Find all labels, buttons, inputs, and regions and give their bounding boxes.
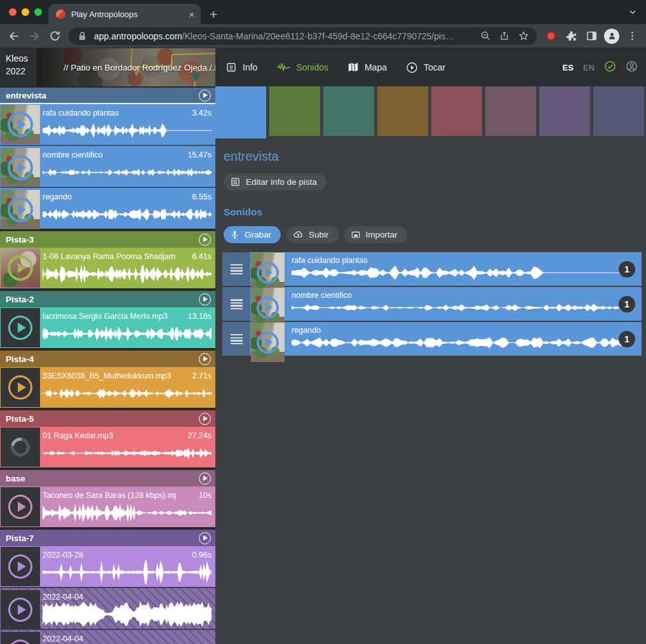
- audio-clip[interactable]: 01 Raga Kedar.mp3 27.24s: [0, 427, 215, 467]
- play-overlay-icon[interactable]: [257, 332, 279, 354]
- import-button[interactable]: Importar: [344, 226, 407, 243]
- track-header[interactable]: Pista-2: [0, 291, 215, 307]
- play-overlay-icon[interactable]: [257, 262, 279, 284]
- audio-clip[interactable]: nombre cientifico 15.47s: [0, 145, 215, 187]
- profile-avatar[interactable]: [603, 27, 621, 45]
- lang-en-button[interactable]: EN: [583, 63, 595, 72]
- clip-thumbnail[interactable]: [1, 148, 40, 187]
- audio-clip[interactable]: rafa cuidando plantas 3.42s: [0, 104, 215, 145]
- play-overlay-icon[interactable]: [8, 197, 33, 222]
- play-overlay-icon[interactable]: [8, 640, 32, 644]
- recording-extension-icon[interactable]: [542, 27, 560, 45]
- clip-thumbnail[interactable]: [1, 308, 40, 347]
- sound-thumbnail[interactable]: [251, 288, 285, 327]
- track-color-tab[interactable]: [215, 86, 266, 138]
- track-play-button[interactable]: [199, 293, 211, 305]
- track-play-button[interactable]: [199, 532, 211, 544]
- new-tab-button[interactable]: +: [210, 8, 217, 21]
- track-header[interactable]: base: [0, 470, 215, 486]
- window-zoom-button[interactable]: [34, 8, 42, 16]
- drag-handle-icon[interactable]: [222, 287, 250, 321]
- browser-tab[interactable]: Play Antropoloops ×: [48, 4, 201, 24]
- sound-row[interactable]: nombre cientifico 1: [222, 287, 642, 321]
- extensions-puzzle-icon[interactable]: [562, 27, 580, 45]
- track-header[interactable]: entrevista: [0, 88, 215, 104]
- audio-clip[interactable]: 1-06 Lavanya Rama Poorna Shadjam Rupak..…: [0, 248, 215, 288]
- clip-thumbnail[interactable]: [1, 190, 40, 229]
- audio-clip[interactable]: 2022-04-04: [0, 629, 215, 644]
- audio-clip[interactable]: regando 6.55s: [0, 187, 215, 229]
- track-play-button[interactable]: [199, 234, 211, 246]
- track-color-tab[interactable]: [593, 86, 644, 136]
- play-overlay-icon[interactable]: [8, 155, 33, 180]
- clip-thumbnail[interactable]: [1, 368, 40, 407]
- track-color-tab[interactable]: [377, 86, 428, 136]
- side-panel-icon[interactable]: [582, 27, 600, 45]
- audio-clip[interactable]: 33ESX6038_B5_Muthedukkum.mp3 2.71s: [0, 367, 215, 408]
- play-overlay-icon[interactable]: [8, 112, 33, 137]
- audio-clip[interactable]: 2022-03-28 0.96s: [0, 546, 215, 587]
- play-overlay-icon[interactable]: [257, 297, 279, 319]
- tab-close-icon[interactable]: ×: [189, 10, 194, 19]
- play-overlay-icon[interactable]: [8, 255, 33, 281]
- nav-item-tocar[interactable]: Tocar: [406, 62, 445, 74]
- usage-count-badge: 1: [619, 261, 635, 278]
- nav-item-mapa[interactable]: Mapa: [347, 62, 387, 72]
- track-play-button[interactable]: [199, 353, 211, 365]
- track-play-button[interactable]: [199, 473, 211, 485]
- drag-handle-icon[interactable]: [222, 322, 250, 356]
- track-color-tab[interactable]: [269, 86, 320, 136]
- upload-button[interactable]: Subir: [286, 226, 339, 243]
- address-bar[interactable]: app.antropoloops.com/Kleos-Santa-Marina/…: [69, 27, 537, 45]
- record-button[interactable]: Grabar: [224, 226, 281, 243]
- clip-thumbnail[interactable]: [1, 105, 40, 144]
- track-header[interactable]: Pista-3: [0, 231, 215, 248]
- track-color-tab[interactable]: [539, 86, 590, 136]
- audio-clip[interactable]: 2022-04-04: [0, 587, 215, 629]
- back-button[interactable]: [5, 27, 23, 45]
- track-header[interactable]: Pista-5: [0, 410, 215, 427]
- url-text[interactable]: app.antropoloops.com/Kleos-Santa-Marina/…: [94, 31, 473, 41]
- forward-button[interactable]: [25, 27, 43, 45]
- track-color-tab[interactable]: [485, 86, 536, 136]
- reload-button[interactable]: [46, 27, 64, 45]
- track-play-button[interactable]: [199, 413, 211, 425]
- window-close-button[interactable]: [9, 8, 17, 16]
- bookmark-star-icon[interactable]: [516, 29, 530, 43]
- nav-item-sonidos[interactable]: Sonidos: [276, 62, 328, 72]
- clip-thumbnail[interactable]: [1, 427, 40, 467]
- track-color-tab[interactable]: [431, 86, 482, 136]
- browser-menu-kebab-icon[interactable]: [623, 27, 641, 45]
- edit-track-info-button[interactable]: Editar info de pista: [224, 173, 326, 191]
- zoom-out-icon[interactable]: [478, 29, 492, 43]
- nav-item-info[interactable]: Info: [225, 62, 257, 73]
- track-header[interactable]: Pista-7: [0, 530, 215, 546]
- lock-icon[interactable]: [75, 29, 89, 43]
- lang-es-button[interactable]: ES: [563, 63, 574, 72]
- play-overlay-icon[interactable]: [8, 598, 32, 622]
- sound-row[interactable]: rafa cuidando plantas 1: [222, 252, 642, 286]
- account-icon[interactable]: [626, 60, 638, 75]
- clip-thumbnail[interactable]: [1, 487, 40, 527]
- play-overlay-icon[interactable]: [8, 316, 32, 340]
- tab-search-chevron-icon[interactable]: [628, 8, 637, 19]
- play-overlay-icon[interactable]: [8, 495, 32, 519]
- clip-thumbnail[interactable]: [1, 547, 40, 586]
- audio-clip[interactable]: lacrimosa Sergio García Merlo.mp3 13.16s: [0, 307, 215, 348]
- share-icon[interactable]: [497, 29, 511, 43]
- play-overlay-icon[interactable]: [8, 375, 32, 399]
- sound-thumbnail[interactable]: [251, 323, 285, 362]
- clip-thumbnail[interactable]: [1, 632, 40, 644]
- audio-clip[interactable]: Taconeo de Sara Baras (128 kbps).mp3 10s: [0, 486, 215, 527]
- remix-cover-map[interactable]: // Patio en Bordador Rodríguez Ojeda / R…: [37, 48, 215, 86]
- clip-thumbnail[interactable]: [1, 590, 40, 629]
- sound-thumbnail[interactable]: [251, 253, 285, 292]
- window-minimize-button[interactable]: [22, 8, 29, 16]
- track-color-tab[interactable]: [323, 86, 374, 136]
- sound-row[interactable]: regando 1: [222, 322, 642, 356]
- track-play-button[interactable]: [199, 90, 211, 102]
- play-overlay-icon[interactable]: [8, 554, 32, 579]
- drag-handle-icon[interactable]: [222, 252, 250, 286]
- clip-thumbnail[interactable]: [1, 248, 40, 288]
- track-header[interactable]: Pista-4: [0, 351, 215, 367]
